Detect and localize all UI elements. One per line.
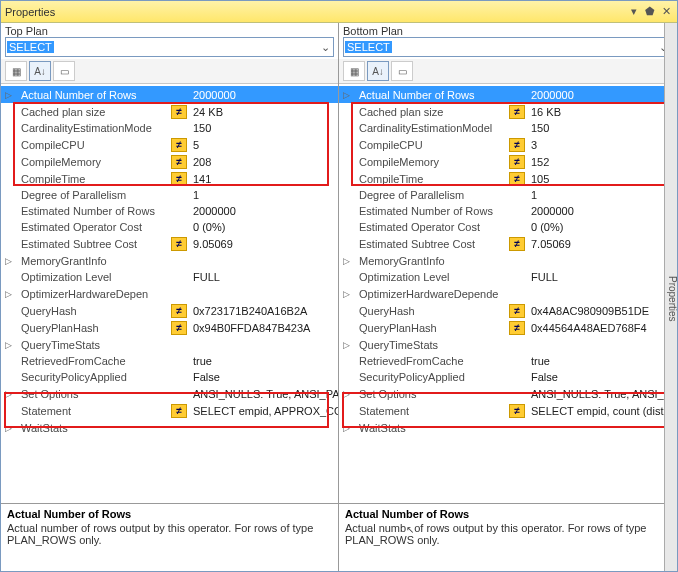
property-row[interactable]: Estimated Subtree Cost≠9.05069 bbox=[1, 235, 338, 252]
property-row[interactable]: QueryHash≠0x4A8AC980909B51DE bbox=[339, 302, 676, 319]
property-row[interactable]: Estimated Operator Cost0 (0%) bbox=[339, 219, 676, 235]
property-name: Estimated Subtree Cost bbox=[19, 235, 169, 252]
property-name: CompileTime bbox=[19, 170, 169, 187]
property-value bbox=[529, 336, 676, 353]
property-row[interactable]: SecurityPolicyAppliedFalse bbox=[1, 369, 338, 385]
property-name: Cached plan size bbox=[19, 103, 169, 120]
property-row[interactable]: ▷WaitStats bbox=[1, 419, 338, 436]
property-row[interactable]: ▷MemoryGrantInfo bbox=[339, 252, 676, 269]
property-row[interactable]: CompileTime≠105 bbox=[339, 170, 676, 187]
property-row[interactable]: RetrievedFromCachetrue bbox=[1, 353, 338, 369]
property-row[interactable]: CompileCPU≠3 bbox=[339, 136, 676, 153]
property-row[interactable]: Optimization LevelFULL bbox=[339, 269, 676, 285]
property-row[interactable]: ▷Actual Number of Rows2000000 bbox=[339, 86, 676, 103]
property-row[interactable]: Degree of Parallelism1 bbox=[339, 187, 676, 203]
expand-icon[interactable]: ▷ bbox=[341, 338, 351, 352]
property-name: SecurityPolicyApplied bbox=[19, 369, 169, 385]
property-row[interactable]: CompileCPU≠5 bbox=[1, 136, 338, 153]
expand-icon[interactable]: ▷ bbox=[341, 421, 351, 435]
property-name: QueryTimeStats bbox=[357, 336, 507, 353]
property-row[interactable]: ▷Set OptionsANSI_NULLS: True, ANSI_PADDI… bbox=[1, 385, 338, 402]
property-value: 9.05069 bbox=[191, 235, 338, 252]
plan-select-left[interactable]: SELECT ⌄ bbox=[5, 37, 334, 57]
dropdown-icon[interactable]: ▾ bbox=[627, 6, 641, 18]
property-row[interactable]: ▷Set OptionsANSI_NULLS: True, ANSI_PADDI… bbox=[339, 385, 676, 402]
property-row[interactable]: Optimization LevelFULL bbox=[1, 269, 338, 285]
property-row[interactable]: Statement≠SELECT empid, APPROX_CO bbox=[1, 402, 338, 419]
expand-icon[interactable]: ▷ bbox=[3, 338, 13, 352]
property-row[interactable]: CompileMemory≠208 bbox=[1, 153, 338, 170]
property-row[interactable]: Cached plan size≠24 KB bbox=[1, 103, 338, 120]
description-body-pre: Actual numb bbox=[345, 522, 406, 534]
property-name: WaitStats bbox=[357, 419, 507, 436]
property-row[interactable]: QueryPlanHash≠0x94B0FFDA847B423A bbox=[1, 319, 338, 336]
property-value: 1 bbox=[529, 187, 676, 203]
property-row[interactable]: ▷OptimizerHardwareDepen bbox=[1, 285, 338, 302]
property-grid-left[interactable]: ▷Actual Number of Rows2000000Cached plan… bbox=[1, 84, 338, 503]
property-value: 0x94B0FFDA847B423A bbox=[191, 319, 338, 336]
property-name: Estimated Operator Cost bbox=[357, 219, 507, 235]
property-row[interactable]: CardinalityEstimationMode150 bbox=[1, 120, 338, 136]
property-row[interactable]: CompileMemory≠152 bbox=[339, 153, 676, 170]
cursor-icon: ↖ bbox=[406, 524, 414, 535]
pin-icon[interactable]: ⬟ bbox=[643, 6, 657, 18]
property-name: OptimizerHardwareDepen bbox=[19, 285, 169, 302]
not-equal-icon: ≠ bbox=[509, 321, 525, 335]
side-tab-properties[interactable]: Properties bbox=[664, 23, 678, 571]
property-row[interactable]: ▷Actual Number of Rows2000000 bbox=[1, 86, 338, 103]
sort-az-button[interactable]: A↓ bbox=[29, 61, 51, 81]
property-value bbox=[529, 285, 676, 302]
properties-pages-button[interactable]: ▭ bbox=[53, 61, 75, 81]
plan-select-right[interactable]: SELECT ⌄ bbox=[343, 37, 672, 57]
expand-icon[interactable]: ▷ bbox=[3, 387, 13, 401]
property-value: FULL bbox=[529, 269, 676, 285]
property-row[interactable]: SecurityPolicyAppliedFalse bbox=[339, 369, 676, 385]
property-grid-right[interactable]: ▷Actual Number of Rows2000000Cached plan… bbox=[339, 84, 676, 503]
property-row[interactable]: ▷OptimizerHardwareDepende bbox=[339, 285, 676, 302]
property-row[interactable]: ▷WaitStats bbox=[339, 419, 676, 436]
property-row[interactable]: Estimated Subtree Cost≠7.05069 bbox=[339, 235, 676, 252]
sort-az-button[interactable]: A↓ bbox=[367, 61, 389, 81]
categorized-button[interactable]: ▦ bbox=[5, 61, 27, 81]
property-name: CompileMemory bbox=[357, 153, 507, 170]
not-equal-icon: ≠ bbox=[509, 304, 525, 318]
properties-pages-button[interactable]: ▭ bbox=[391, 61, 413, 81]
property-row[interactable]: CompileTime≠141 bbox=[1, 170, 338, 187]
property-row[interactable]: Statement≠SELECT empid, count (distinct(… bbox=[339, 402, 676, 419]
property-row[interactable]: Cached plan size≠16 KB bbox=[339, 103, 676, 120]
property-value: 0x44564A48AED768F4 bbox=[529, 319, 676, 336]
property-name: SecurityPolicyApplied bbox=[357, 369, 507, 385]
expand-icon[interactable]: ▷ bbox=[3, 421, 13, 435]
expand-icon[interactable]: ▷ bbox=[3, 287, 13, 301]
categorized-button[interactable]: ▦ bbox=[343, 61, 365, 81]
property-row[interactable]: Degree of Parallelism1 bbox=[1, 187, 338, 203]
expand-icon[interactable]: ▷ bbox=[3, 254, 13, 268]
property-row[interactable]: QueryPlanHash≠0x44564A48AED768F4 bbox=[339, 319, 676, 336]
expand-icon[interactable]: ▷ bbox=[341, 387, 351, 401]
property-row[interactable]: Estimated Number of Rows2000000 bbox=[339, 203, 676, 219]
not-equal-icon: ≠ bbox=[171, 304, 187, 318]
not-equal-icon: ≠ bbox=[509, 138, 525, 152]
description-pane-left: Actual Number of Rows Actual number of r… bbox=[1, 503, 338, 571]
property-row[interactable]: QueryHash≠0x723171B240A16B2A bbox=[1, 302, 338, 319]
property-name: Actual Number of Rows bbox=[357, 86, 507, 103]
expand-icon[interactable]: ▷ bbox=[341, 88, 351, 102]
property-name: RetrievedFromCache bbox=[19, 353, 169, 369]
close-icon[interactable]: ✕ bbox=[659, 6, 673, 18]
right-panel: Bottom Plan SELECT ⌄ ▦ A↓ ▭ ▷Actual Numb… bbox=[339, 23, 677, 571]
property-row[interactable]: ▷MemoryGrantInfo bbox=[1, 252, 338, 269]
description-pane-right: Actual Number of Rows Actual numb↖of row… bbox=[339, 503, 676, 571]
expand-icon[interactable]: ▷ bbox=[3, 88, 13, 102]
property-value: ANSI_NULLS: True, ANSI_PADDIN bbox=[191, 385, 338, 402]
property-row[interactable]: RetrievedFromCachetrue bbox=[339, 353, 676, 369]
property-row[interactable]: Estimated Number of Rows2000000 bbox=[1, 203, 338, 219]
property-row[interactable]: ▷QueryTimeStats bbox=[1, 336, 338, 353]
property-row[interactable]: ▷QueryTimeStats bbox=[339, 336, 676, 353]
property-value: 152 bbox=[529, 153, 676, 170]
property-value: 16 KB bbox=[529, 103, 676, 120]
expand-icon[interactable]: ▷ bbox=[341, 287, 351, 301]
property-row[interactable]: Estimated Operator Cost0 (0%) bbox=[1, 219, 338, 235]
property-row[interactable]: CardinalityEstimationModel150 bbox=[339, 120, 676, 136]
expand-icon[interactable]: ▷ bbox=[341, 254, 351, 268]
property-name: Actual Number of Rows bbox=[19, 86, 169, 103]
